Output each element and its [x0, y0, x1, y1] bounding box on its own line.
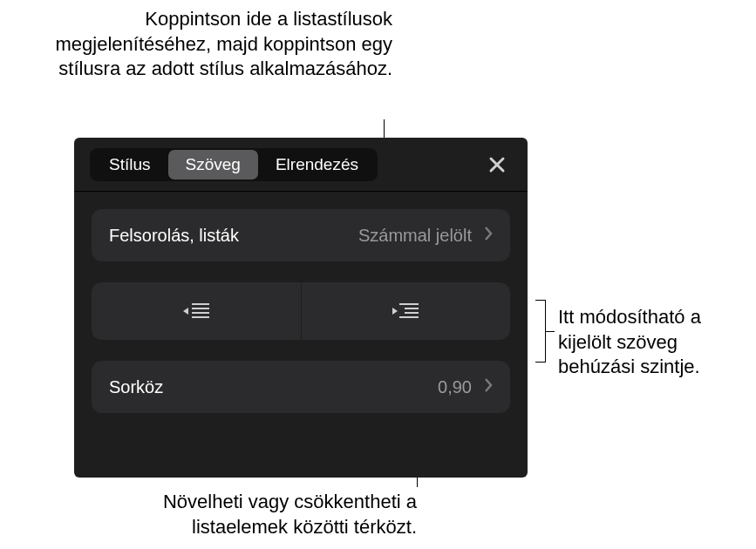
row-linespacing-value: 0,90 — [438, 377, 472, 397]
row-bullets-value: Számmal jelölt — [358, 226, 472, 246]
row-linespacing-label: Sorköz — [109, 377, 438, 397]
bracket-indent — [535, 300, 546, 363]
format-panel: Stílus Szöveg Elrendezés Felsorolás, lis… — [74, 138, 528, 478]
outdent-icon — [183, 302, 209, 321]
row-bullets-lists[interactable]: Felsorolás, listák Számmal jelölt — [92, 209, 510, 261]
indent-icon — [392, 302, 419, 321]
outdent-button[interactable] — [92, 282, 302, 340]
callout-linespacing: Növelheti vagy csökkentheti a listaeleme… — [122, 490, 417, 539]
chevron-right-icon — [484, 377, 493, 397]
tabs: Stílus Szöveg Elrendezés — [90, 148, 378, 181]
leader-line-right — [546, 331, 555, 332]
row-bullets-label: Felsorolás, listák — [109, 226, 358, 246]
panel-body: Felsorolás, listák Számmal jelölt — [74, 192, 528, 430]
close-icon — [487, 155, 507, 174]
indent-button[interactable] — [302, 282, 511, 340]
close-button[interactable] — [482, 150, 512, 180]
tab-layout[interactable]: Elrendezés — [258, 150, 376, 180]
tab-text[interactable]: Szöveg — [168, 150, 258, 180]
svg-marker-6 — [183, 308, 188, 315]
panel-header: Stílus Szöveg Elrendezés — [74, 138, 528, 192]
indent-controls — [92, 282, 510, 340]
chevron-right-icon — [484, 226, 493, 246]
callout-indent: Itt módosítható a kijelölt szöveg behúzá… — [558, 305, 750, 380]
row-linespacing[interactable]: Sorköz 0,90 — [92, 361, 510, 413]
tab-style[interactable]: Stílus — [92, 150, 168, 180]
svg-marker-11 — [392, 308, 398, 315]
callout-list-styles: Koppintson ide a listastílusok megjelení… — [44, 7, 392, 82]
